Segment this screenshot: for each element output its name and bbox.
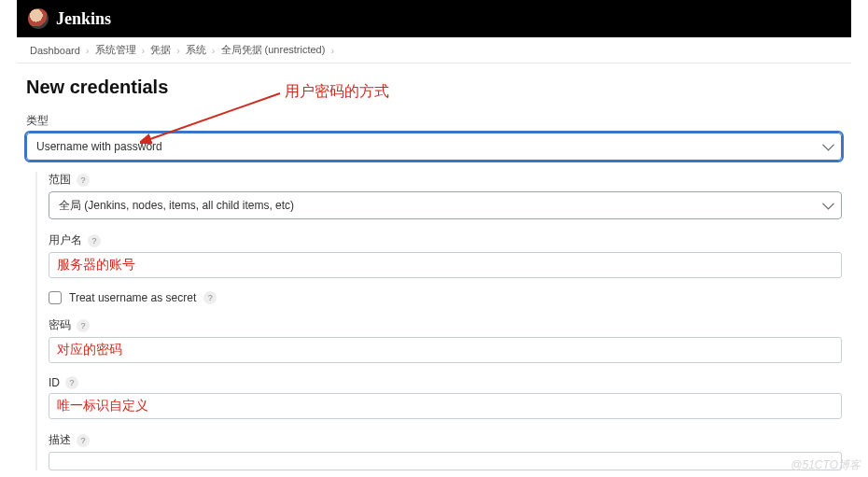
help-icon[interactable]: ? xyxy=(203,291,217,304)
help-icon[interactable]: ? xyxy=(77,174,90,187)
scope-label: 范围 xyxy=(49,172,71,188)
top-bar: Jenkins xyxy=(17,0,851,37)
nested-fields: 范围 ? 用户名 ? Treat username as secret ? 密码 xyxy=(35,172,842,470)
password-field: 密码 ? xyxy=(49,317,842,363)
id-input[interactable] xyxy=(49,393,842,419)
page-title: New credentials xyxy=(26,77,842,98)
scope-field: 范围 ? xyxy=(49,172,842,219)
breadcrumb: Dashboard › 系统管理 › 凭据 › 系统 › 全局凭据 (unres… xyxy=(17,37,851,63)
type-select[interactable] xyxy=(26,133,842,161)
page-body: New credentials 类型 范围 ? 用户名 ? xyxy=(0,63,868,470)
chevron-right-icon: › xyxy=(86,45,90,56)
password-input[interactable] xyxy=(49,337,842,363)
desc-input[interactable] xyxy=(49,452,842,470)
chevron-right-icon: › xyxy=(330,45,334,56)
help-icon[interactable]: ? xyxy=(65,376,78,389)
crumb-global[interactable]: 全局凭据 (unrestricted) xyxy=(221,43,326,57)
type-label: 类型 xyxy=(26,113,49,129)
type-select-wrap xyxy=(26,133,842,161)
help-icon[interactable]: ? xyxy=(88,234,101,247)
crumb-manage[interactable]: 系统管理 xyxy=(95,43,136,57)
password-label: 密码 xyxy=(49,317,71,333)
brand-title: Jenkins xyxy=(56,9,111,29)
crumb-dashboard[interactable]: Dashboard xyxy=(30,45,80,56)
scope-select[interactable] xyxy=(49,191,842,219)
chevron-right-icon: › xyxy=(142,45,146,56)
desc-label: 描述 xyxy=(49,432,71,448)
chevron-right-icon: › xyxy=(212,45,216,56)
id-field: ID ? xyxy=(49,376,842,419)
username-field: 用户名 ? xyxy=(49,232,842,278)
chevron-right-icon: › xyxy=(176,45,180,56)
treat-secret-label: Treat username as secret xyxy=(69,291,196,304)
crumb-credentials[interactable]: 凭据 xyxy=(150,43,171,57)
treat-secret-checkbox[interactable] xyxy=(49,291,62,304)
jenkins-logo-icon xyxy=(28,8,49,29)
treat-secret-row: Treat username as secret ? xyxy=(49,291,842,304)
username-input[interactable] xyxy=(49,252,842,278)
crumb-system[interactable]: 系统 xyxy=(186,43,206,57)
help-icon[interactable]: ? xyxy=(77,434,90,447)
id-label: ID xyxy=(49,376,60,389)
type-label-row: 类型 xyxy=(26,113,842,129)
desc-field: 描述 ? xyxy=(49,432,842,470)
watermark: @51CTO博客 xyxy=(791,457,861,473)
username-label: 用户名 xyxy=(49,232,82,248)
help-icon[interactable]: ? xyxy=(77,319,90,332)
